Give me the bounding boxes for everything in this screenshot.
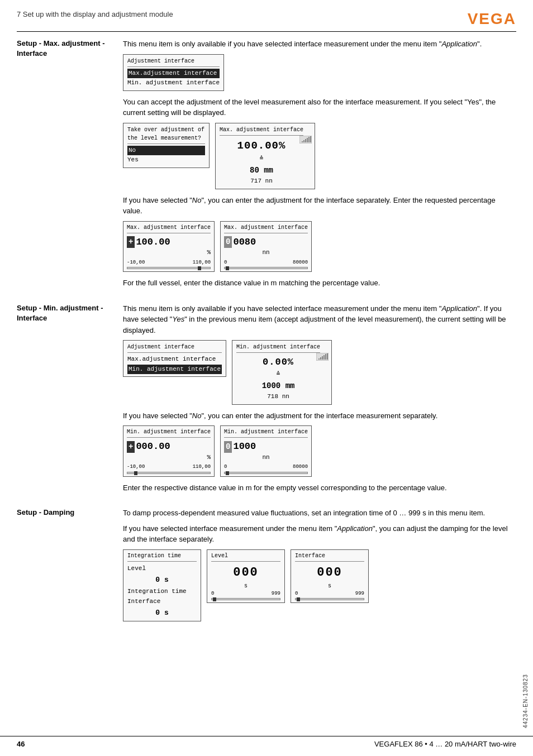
max-adj-dist-digits: 0080 [233, 235, 256, 250]
header-title: 7 Set up with the display and adjustment… [17, 10, 173, 18]
max-adj-mm-value: 80 mm [220, 164, 303, 176]
integ-menu-title: Integration time [127, 552, 197, 562]
min-adj-dist-unit: nn [224, 453, 308, 462]
min-pct-slider-thumb [134, 471, 137, 475]
content-area: Setup - Max. adjustment -Interface This … [17, 39, 516, 637]
max-adj-current-body: 100.00% ≙ 80 mm 717 nn [220, 137, 303, 186]
integ-level-value: 0 s [127, 574, 197, 586]
max-adj-pct-screen-title: Max. adjustment interface [127, 223, 211, 233]
max-adj-pct-value: 100.00% [220, 137, 303, 154]
min-adj-pct-slider-labels: -10,00 110,00 [127, 463, 211, 471]
max-adj-pct-slider-labels: -10,00 110,00 [127, 259, 211, 267]
damping-screens-row: Integration time Level 0 s Integration t… [123, 549, 516, 621]
min-adj-screens-group1: Adjustment interface Max.adjustment inte… [123, 340, 516, 405]
page-footer: 46 VEGAFLEX 86 • 4 … 20 mA/HART two-wire [0, 736, 533, 748]
integ-menu-body: Level 0 s Integration time Interface 0 s [127, 563, 197, 619]
level-slider-max: 999 [272, 590, 280, 598]
doc-number: 44234-EN-130823 [522, 28, 529, 728]
dist-slider-max: 80000 [293, 259, 308, 267]
min-adj-interface-menu-screen: Adjustment interface Max.adjustment inte… [123, 340, 226, 377]
adj-interface-menu-title: Adjustment interface [127, 57, 220, 67]
max-adj-item: Max.adjustment interface [127, 69, 220, 79]
min-adj-interface-menu-title: Adjustment interface [127, 343, 222, 353]
section-max-adj: Setup - Max. adjustment -Interface This … [17, 39, 516, 293]
min-adj-pct-val-row: + 000.00 [127, 439, 211, 454]
section-max-adj-content: This menu item is only available if you … [123, 39, 516, 293]
min-adj-screens-group2: Min. adjustment interface + 000.00 % -10… [123, 425, 516, 477]
min-dist-slider-max: 80000 [293, 463, 308, 471]
level-slider-bar [211, 598, 280, 600]
min-adj-plus-btn: + [127, 441, 135, 453]
max-adj-dist-plus-btn: 0 [224, 236, 232, 248]
min-adj-para2: If you have selected "No", you can enter… [123, 410, 516, 422]
section-damping: Setup - Damping To damp process-dependen… [17, 508, 516, 627]
footer-page-number: 46 [17, 740, 25, 748]
interface-val-screen: Interface 000 s 0 999 [291, 549, 369, 604]
min-adj-dist-slider-area: 0 80000 [224, 463, 308, 474]
equiv-symbol-1: ≙ [220, 154, 303, 164]
level-val-screen-title: Level [211, 552, 280, 562]
max-adj-pct-slider-area: -10,00 110,00 [127, 259, 211, 270]
interface-slider-thumb [297, 597, 300, 601]
max-adj-dist-unit: nn [224, 248, 308, 257]
section-min-adj: Setup - Min. adjustment -Interface This … [17, 303, 516, 498]
signal-icon-2 [316, 353, 329, 364]
max-adj-pct-screen: Max. adjustment interface + 100.00 % -10… [123, 221, 215, 272]
min-pct-slider-max: 110,00 [193, 463, 211, 471]
min-adj-current-screen: Min. adjustment interface [232, 340, 332, 405]
signal-icon-1 [299, 136, 312, 147]
max-adj-dist-slider-labels: 0 80000 [224, 259, 308, 267]
pct-slider-max: 110,00 [193, 259, 211, 267]
min-adj-dist-digits: 1000 [233, 439, 256, 454]
takeover-yes: Yes [127, 155, 205, 165]
min-adj-pct-label: % [127, 453, 211, 462]
max-adj-dist-screen: Max. adjustment interface 0 0080 nn 0 80… [220, 221, 312, 272]
no-italic-2: No [192, 412, 202, 420]
section-damping-title: Setup - Damping [17, 508, 74, 516]
min-adj-pct-screen: Min. adjustment interface + 000.00 % -10… [123, 425, 215, 477]
vega-logo: VEGA [468, 10, 516, 28]
damping-para2: If you have selected interface measureme… [123, 523, 516, 545]
min-adj-pct-slider-area: -10,00 110,00 [127, 463, 211, 474]
min-adj-interface-menu-body: Max.adjustment interface Min. adjustment… [127, 355, 222, 374]
adj-interface-menu-screen: Adjustment interface Max.adjustment inte… [123, 54, 224, 91]
section-max-adj-label: Setup - Max. adjustment -Interface [17, 39, 123, 59]
integ-interface-label: Integration time [127, 586, 197, 597]
min-adj-nn-value: 718 nn [236, 392, 320, 402]
min-max-adj-item: Max.adjustment interface [127, 355, 222, 365]
pct-slider-bar [127, 267, 211, 269]
min-adj-para1: This menu item is only available if you … [123, 303, 516, 336]
max-adj-pct-label: % [127, 248, 211, 257]
page-header: 7 Set up with the display and adjustment… [17, 10, 516, 32]
max-adj-screens-group3: Max. adjustment interface + 100.00 % -10… [123, 221, 516, 272]
damping-para1: To damp process-dependent measured value… [123, 508, 516, 519]
min-adj-pct-screen-title: Min. adjustment interface [127, 428, 211, 438]
section-damping-content: To damp process-dependent measured value… [123, 508, 516, 627]
pct-slider-min: -10,00 [127, 259, 145, 267]
min-adj-current-title: Min. adjustment interface [236, 343, 320, 353]
max-adj-pct-val-row: + 100.00 [127, 235, 211, 250]
section-damping-label: Setup - Damping [17, 508, 123, 518]
application-italic-3: Application [337, 524, 373, 533]
integ-interface-value: 0 s [127, 607, 197, 619]
section-min-adj-content: This menu item is only available if you … [123, 303, 516, 498]
level-slider-labels: 0 999 [211, 590, 280, 598]
min-dist-slider-min: 0 [224, 463, 227, 471]
footer-product: VEGAFLEX 86 • 4 … 20 mA/HART two-wire [374, 740, 516, 748]
max-adj-plus-btn: + [127, 236, 135, 248]
level-slider-thumb [213, 597, 216, 601]
integ-interface-label2: Interface [127, 596, 197, 607]
application-italic-2: Application [441, 304, 477, 313]
section-min-adj-title: Setup - Min. adjustment -Interface [17, 304, 103, 322]
level-slider-min: 0 [211, 590, 214, 598]
integ-level-item: Level [127, 563, 197, 574]
interface-slider-labels: 0 999 [295, 590, 364, 598]
takeover-screen: Take over adjustment ofthe level measure… [123, 123, 210, 168]
max-adj-screens-group2: Take over adjustment ofthe level measure… [123, 123, 516, 189]
max-adj-current-screen: Max. adjustment interface [215, 123, 315, 189]
min-adj-pct-digits: 000.00 [136, 439, 170, 454]
interface-slider-min: 0 [295, 590, 298, 598]
dist-slider-thumb [226, 266, 229, 270]
takeover-no: No [127, 146, 205, 156]
interface-val-digits: 000 [295, 563, 364, 582]
